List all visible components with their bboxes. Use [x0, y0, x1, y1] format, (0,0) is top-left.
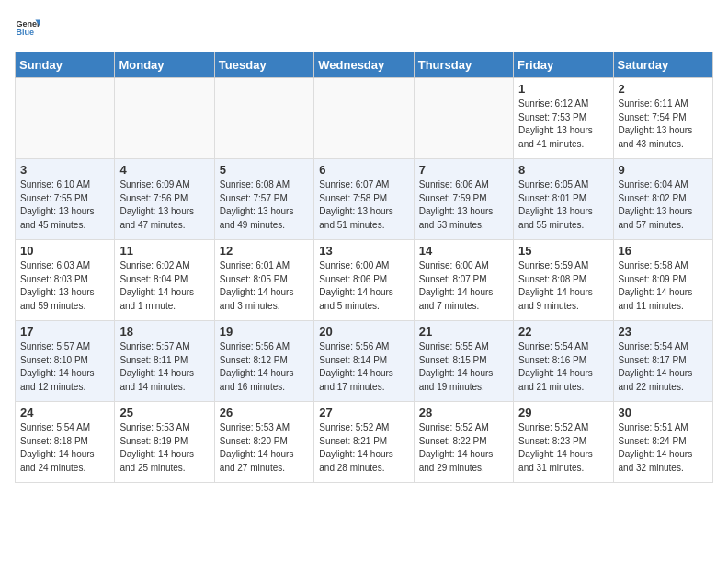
day-info: Sunrise: 6:04 AM Sunset: 8:02 PM Dayligh… [619, 178, 708, 232]
calendar-week-3: 17Sunrise: 5:57 AM Sunset: 8:10 PM Dayli… [16, 321, 713, 402]
calendar-day: 16Sunrise: 5:58 AM Sunset: 8:09 PM Dayli… [613, 240, 712, 321]
day-number: 17 [20, 325, 109, 339]
day-number: 20 [319, 325, 408, 339]
day-info: Sunrise: 5:54 AM Sunset: 8:17 PM Dayligh… [619, 340, 708, 394]
day-number: 15 [518, 244, 608, 258]
weekday-header-monday: Monday [115, 52, 214, 78]
calendar-day: 19Sunrise: 5:56 AM Sunset: 8:12 PM Dayli… [214, 321, 313, 402]
calendar-day: 4Sunrise: 6:09 AM Sunset: 7:56 PM Daylig… [115, 159, 214, 240]
day-info: Sunrise: 5:56 AM Sunset: 8:12 PM Dayligh… [220, 340, 309, 394]
calendar-day [115, 78, 214, 159]
day-info: Sunrise: 6:06 AM Sunset: 7:59 PM Dayligh… [419, 178, 508, 232]
day-info: Sunrise: 5:58 AM Sunset: 8:09 PM Dayligh… [619, 259, 708, 313]
calendar-day: 1Sunrise: 6:12 AM Sunset: 7:53 PM Daylig… [514, 78, 613, 159]
day-number: 26 [220, 406, 309, 419]
day-number: 30 [619, 406, 708, 419]
calendar-day [16, 78, 115, 159]
day-info: Sunrise: 5:52 AM Sunset: 8:23 PM Dayligh… [518, 421, 608, 475]
day-number: 6 [319, 163, 408, 177]
day-info: Sunrise: 5:56 AM Sunset: 8:14 PM Dayligh… [319, 340, 408, 394]
day-info: Sunrise: 5:57 AM Sunset: 8:10 PM Dayligh… [20, 340, 109, 394]
day-info: Sunrise: 5:59 AM Sunset: 8:08 PM Dayligh… [518, 259, 608, 313]
day-number: 16 [619, 244, 708, 258]
day-info: Sunrise: 5:53 AM Sunset: 8:19 PM Dayligh… [119, 421, 209, 475]
calendar-week-2: 10Sunrise: 6:03 AM Sunset: 8:03 PM Dayli… [16, 240, 713, 321]
day-info: Sunrise: 5:57 AM Sunset: 8:11 PM Dayligh… [119, 340, 209, 394]
calendar-week-4: 24Sunrise: 5:54 AM Sunset: 8:18 PM Dayli… [16, 402, 713, 483]
calendar-day: 10Sunrise: 6:03 AM Sunset: 8:03 PM Dayli… [16, 240, 115, 321]
day-number: 23 [619, 325, 708, 339]
logo: General Blue [15, 15, 40, 40]
calendar-day: 18Sunrise: 5:57 AM Sunset: 8:11 PM Dayli… [115, 321, 214, 402]
page-header: General Blue [15, 15, 713, 40]
day-info: Sunrise: 6:11 AM Sunset: 7:54 PM Dayligh… [619, 98, 708, 151]
calendar-day: 24Sunrise: 5:54 AM Sunset: 8:18 PM Dayli… [16, 402, 115, 483]
day-number: 24 [20, 406, 109, 419]
day-number: 14 [419, 244, 508, 258]
calendar-day: 30Sunrise: 5:51 AM Sunset: 8:24 PM Dayli… [613, 402, 712, 483]
day-number: 8 [518, 163, 608, 177]
day-number: 21 [419, 325, 508, 339]
weekday-header-sunday: Sunday [16, 52, 115, 78]
calendar-week-1: 3Sunrise: 6:10 AM Sunset: 7:55 PM Daylig… [16, 159, 713, 240]
weekday-header-wednesday: Wednesday [314, 52, 414, 78]
day-number: 4 [119, 163, 209, 177]
day-number: 18 [119, 325, 209, 339]
day-number: 29 [518, 406, 608, 419]
day-number: 2 [619, 82, 708, 96]
calendar-day: 11Sunrise: 6:02 AM Sunset: 8:04 PM Dayli… [115, 240, 214, 321]
calendar-day: 9Sunrise: 6:04 AM Sunset: 8:02 PM Daylig… [613, 159, 712, 240]
calendar-day: 3Sunrise: 6:10 AM Sunset: 7:55 PM Daylig… [16, 159, 115, 240]
calendar-day: 5Sunrise: 6:08 AM Sunset: 7:57 PM Daylig… [214, 159, 313, 240]
day-number: 11 [119, 244, 209, 258]
day-info: Sunrise: 6:01 AM Sunset: 8:05 PM Dayligh… [220, 259, 309, 313]
day-number: 7 [419, 163, 508, 177]
calendar-header-row: SundayMondayTuesdayWednesdayThursdayFrid… [16, 52, 713, 78]
day-info: Sunrise: 6:00 AM Sunset: 8:07 PM Dayligh… [419, 259, 508, 313]
calendar-day: 21Sunrise: 5:55 AM Sunset: 8:15 PM Dayli… [414, 321, 513, 402]
weekday-header-tuesday: Tuesday [214, 52, 313, 78]
day-number: 3 [20, 163, 109, 177]
calendar-day [314, 78, 414, 159]
day-number: 19 [220, 325, 309, 339]
calendar-day: 15Sunrise: 5:59 AM Sunset: 8:08 PM Dayli… [514, 240, 613, 321]
calendar-day: 8Sunrise: 6:05 AM Sunset: 8:01 PM Daylig… [514, 159, 613, 240]
day-number: 1 [518, 82, 608, 96]
day-number: 27 [319, 406, 408, 419]
svg-text:Blue: Blue [16, 28, 34, 37]
day-number: 28 [419, 406, 508, 419]
calendar-day: 6Sunrise: 6:07 AM Sunset: 7:58 PM Daylig… [314, 159, 414, 240]
day-number: 25 [119, 406, 209, 419]
calendar-day: 28Sunrise: 5:52 AM Sunset: 8:22 PM Dayli… [414, 402, 513, 483]
day-info: Sunrise: 6:07 AM Sunset: 7:58 PM Dayligh… [319, 178, 408, 232]
calendar-day: 7Sunrise: 6:06 AM Sunset: 7:59 PM Daylig… [414, 159, 513, 240]
weekday-header-thursday: Thursday [414, 52, 513, 78]
calendar-day: 27Sunrise: 5:52 AM Sunset: 8:21 PM Dayli… [314, 402, 414, 483]
calendar-table: SundayMondayTuesdayWednesdayThursdayFrid… [15, 52, 713, 483]
day-info: Sunrise: 5:54 AM Sunset: 8:16 PM Dayligh… [518, 340, 608, 394]
day-number: 5 [220, 163, 309, 177]
calendar-day: 20Sunrise: 5:56 AM Sunset: 8:14 PM Dayli… [314, 321, 414, 402]
logo-icon: General Blue [15, 15, 40, 40]
calendar-week-0: 1Sunrise: 6:12 AM Sunset: 7:53 PM Daylig… [16, 78, 713, 159]
day-info: Sunrise: 6:12 AM Sunset: 7:53 PM Dayligh… [518, 98, 608, 151]
day-info: Sunrise: 6:10 AM Sunset: 7:55 PM Dayligh… [20, 178, 109, 232]
calendar-day: 29Sunrise: 5:52 AM Sunset: 8:23 PM Dayli… [514, 402, 613, 483]
day-info: Sunrise: 5:51 AM Sunset: 8:24 PM Dayligh… [619, 421, 708, 475]
day-number: 9 [619, 163, 708, 177]
calendar-day: 2Sunrise: 6:11 AM Sunset: 7:54 PM Daylig… [613, 78, 712, 159]
calendar-day: 22Sunrise: 5:54 AM Sunset: 8:16 PM Dayli… [514, 321, 613, 402]
day-info: Sunrise: 5:54 AM Sunset: 8:18 PM Dayligh… [20, 421, 109, 475]
day-info: Sunrise: 6:05 AM Sunset: 8:01 PM Dayligh… [518, 178, 608, 232]
calendar-day: 25Sunrise: 5:53 AM Sunset: 8:19 PM Dayli… [115, 402, 214, 483]
weekday-header-saturday: Saturday [613, 52, 712, 78]
calendar-day: 13Sunrise: 6:00 AM Sunset: 8:06 PM Dayli… [314, 240, 414, 321]
weekday-header-friday: Friday [514, 52, 613, 78]
day-info: Sunrise: 5:55 AM Sunset: 8:15 PM Dayligh… [419, 340, 508, 394]
day-info: Sunrise: 6:02 AM Sunset: 8:04 PM Dayligh… [119, 259, 209, 313]
calendar-day: 17Sunrise: 5:57 AM Sunset: 8:10 PM Dayli… [16, 321, 115, 402]
calendar-day [414, 78, 513, 159]
day-number: 13 [319, 244, 408, 258]
day-info: Sunrise: 6:03 AM Sunset: 8:03 PM Dayligh… [20, 259, 109, 313]
calendar-day: 14Sunrise: 6:00 AM Sunset: 8:07 PM Dayli… [414, 240, 513, 321]
